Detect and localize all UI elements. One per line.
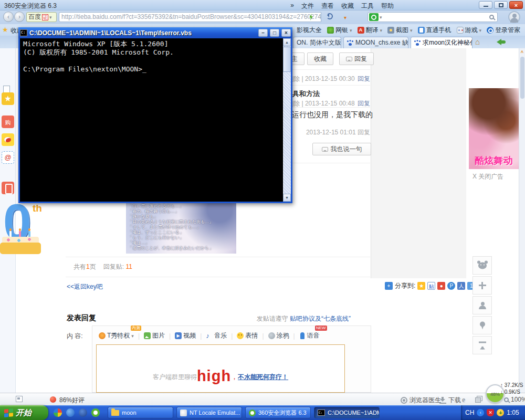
sidebar-toggle-icon[interactable] xyxy=(16,396,23,402)
toolbar-item-bank[interactable]: 网银▾ xyxy=(327,26,352,35)
rating-label[interactable]: 86%好评 xyxy=(59,396,85,405)
tab-2[interactable]: MOON_chs.exe 缺少 × xyxy=(343,37,408,48)
location-button[interactable] xyxy=(472,316,492,334)
toolbar-item-movies[interactable]: 影视大全 xyxy=(297,26,322,35)
quicklaunch-360-icon[interactable] xyxy=(54,408,62,417)
back-to-forum-link[interactable]: <<返回key吧 xyxy=(67,282,103,291)
menu-favorites[interactable]: 收藏 xyxy=(341,2,354,10)
reply-link[interactable]: 回复 xyxy=(358,100,370,107)
cmd-scrollbar[interactable]: ▲ ▼ xyxy=(283,38,291,202)
reply-post-button[interactable]: 回复 xyxy=(339,52,374,65)
page-scrollbar[interactable]: ˄ xyxy=(519,48,525,393)
menu-file[interactable]: 文件 xyxy=(301,2,314,10)
insert-video-button[interactable]: ▶视频 xyxy=(175,331,196,340)
tab-3-active[interactable]: 求moon汉化神秘代码 × xyxy=(411,37,472,48)
weibo-icon[interactable] xyxy=(2,133,14,146)
search-icon[interactable] xyxy=(489,15,494,19)
back-to-top-button[interactable] xyxy=(472,336,492,354)
insert-music-button[interactable]: ♪音乐 xyxy=(206,331,227,340)
maximize-button[interactable] xyxy=(494,1,508,9)
quicklaunch-ie-icon[interactable] xyxy=(79,408,87,417)
scrollbar-thumb[interactable] xyxy=(520,57,524,99)
restore-tab-icon[interactable] xyxy=(494,39,501,45)
quicklaunch-browser-icon[interactable] xyxy=(66,408,75,417)
tray-collapse-icon[interactable]: ‹ xyxy=(477,409,484,416)
quicklaunch-360se-icon[interactable] xyxy=(91,408,100,417)
safety-center-icon[interactable]: + xyxy=(497,409,504,416)
antivirus-shield-icon[interactable]: ✕ xyxy=(487,409,494,416)
user-avatar[interactable] xyxy=(508,11,520,23)
download-button[interactable]: 下载 xyxy=(439,396,461,405)
renren-share-icon[interactable]: 人 xyxy=(457,282,465,290)
search-input[interactable]: ▾ xyxy=(368,12,498,22)
menu-tools[interactable]: 工具 xyxy=(361,2,374,10)
add-button[interactable] xyxy=(472,276,492,295)
taskbar-item-nt-locale[interactable]: NT Locale Emulat... xyxy=(176,407,242,418)
doodle-button[interactable]: 涂鸦 xyxy=(268,331,289,340)
language-indicator[interactable]: CH xyxy=(465,409,474,416)
taskbar-item-360-browser[interactable]: 360安全浏览器 6.3 xyxy=(245,407,311,418)
menu-view[interactable]: 查看 xyxy=(321,2,334,10)
scroll-up-icon[interactable]: ˄ xyxy=(520,49,524,55)
post-image[interactable]: 「白い雪に覆われる街も…」 「春の、桜の舞う街も…」 「静かな夏も」 「目の覚め… xyxy=(126,202,236,254)
phone-download-icon[interactable] xyxy=(2,182,14,194)
menu-help[interactable]: 帮助 xyxy=(381,2,394,10)
url-input[interactable]: http://tieba.baidu.com/f?ct=335675392&tn… xyxy=(59,12,321,22)
command-prompt-window[interactable]: C: C:\DOCUME~1\ADMINI~1\LOCALS~1\Temp\fs… xyxy=(18,27,292,203)
tieba-share-icon[interactable]: 贴 xyxy=(427,282,435,290)
back-button[interactable]: ‹ xyxy=(3,12,14,22)
reply-textarea[interactable]: 客户端群里聊得high，不水能死何弃疗！ xyxy=(96,344,345,393)
close-ad-link[interactable]: X 关闭广告 xyxy=(472,172,503,181)
favorite-post-button[interactable]: 收藏 xyxy=(307,52,333,65)
toolbar-item-password-manager[interactable]: 登录管家 xyxy=(487,26,520,35)
zoom-control[interactable]: 100% xyxy=(504,396,525,403)
tieba-client-button[interactable] xyxy=(472,256,492,275)
notice-link[interactable]: 贴吧协议及“七条底线” xyxy=(290,315,351,322)
menu-overflow-icon[interactable]: » xyxy=(290,2,294,10)
windows-stack-button[interactable] xyxy=(475,396,482,402)
page-number[interactable]: 1 xyxy=(86,263,90,270)
voice-button[interactable]: 语音NEW xyxy=(299,331,320,340)
toolbar-item-phone[interactable]: 直通手机 xyxy=(418,26,452,35)
favorites-sidebar-icon[interactable]: ★ xyxy=(2,92,14,105)
scroll-up-arrow-icon[interactable]: ▲ xyxy=(283,38,291,46)
ad-image[interactable]: 酷炫舞动 xyxy=(469,88,519,169)
qzone-icon[interactable]: ★ xyxy=(417,282,425,290)
reply-link[interactable]: 回复 xyxy=(358,75,370,82)
chevron-down-icon[interactable]: ▾ xyxy=(380,15,382,20)
toolbar-item-screenshot[interactable]: 截图▾ xyxy=(387,26,413,35)
pengyou-icon[interactable]: P xyxy=(447,282,455,290)
tshow-privilege-button[interactable]: T秀特权 ▾ 内测 xyxy=(99,331,134,340)
ie-mode-button[interactable]: e xyxy=(462,396,465,404)
watermark-link[interactable]: 不水能死何弃疗！ xyxy=(238,373,288,381)
start-button[interactable]: 开始 xyxy=(0,405,48,420)
say-something-button[interactable]: 我也说一句 xyxy=(312,143,371,155)
tab-1[interactable]: ON. 简体中文版 × xyxy=(293,37,341,48)
add-favorite-icon[interactable]: ★ xyxy=(2,26,8,34)
refresh-icon[interactable] xyxy=(327,13,333,19)
weibo-share-icon[interactable]: ● xyxy=(437,282,445,290)
insert-emoji-button[interactable]: 表情 xyxy=(237,331,258,340)
shopping-icon[interactable]: 购 xyxy=(2,116,14,128)
cmd-maximize-button[interactable]: □ xyxy=(270,29,279,37)
cmd-scrollbar-thumb[interactable] xyxy=(283,47,291,72)
member-button[interactable] xyxy=(472,296,492,314)
minimize-button[interactable] xyxy=(479,1,492,9)
toolbar-item-translate[interactable]: A翻译▾ xyxy=(358,26,383,35)
forward-button[interactable]: › xyxy=(14,12,25,22)
scroll-down-arrow-icon[interactable]: ▼ xyxy=(283,194,291,202)
share-plus-icon[interactable]: + xyxy=(385,282,393,290)
cmd-titlebar[interactable]: C: C:\DOCUME~1\ADMINI~1\LOCALS~1\Temp\fs… xyxy=(18,27,292,38)
mail-icon[interactable]: @ xyxy=(2,151,14,164)
url-dropdown-icon[interactable]: ▾ xyxy=(344,15,346,20)
browser-doctor-button[interactable]: 浏览器医生 xyxy=(401,396,441,405)
close-button[interactable]: × xyxy=(509,1,523,9)
search-engine-selector[interactable]: 百度 证 ▾ xyxy=(26,12,57,22)
search-engine-icon[interactable] xyxy=(369,13,379,21)
cmd-minimize-button[interactable]: – xyxy=(258,29,268,37)
taskbar-item-cmd[interactable]: C: C:\DOCUME~1\ADMI... xyxy=(314,407,380,418)
toolbar-item-games[interactable]: 游戏▾ xyxy=(457,26,482,35)
taskbar-item-moon-folder[interactable]: moon xyxy=(108,407,173,418)
clock[interactable]: 1:05 xyxy=(507,409,519,416)
home-icon[interactable]: ⌂ xyxy=(475,38,480,46)
